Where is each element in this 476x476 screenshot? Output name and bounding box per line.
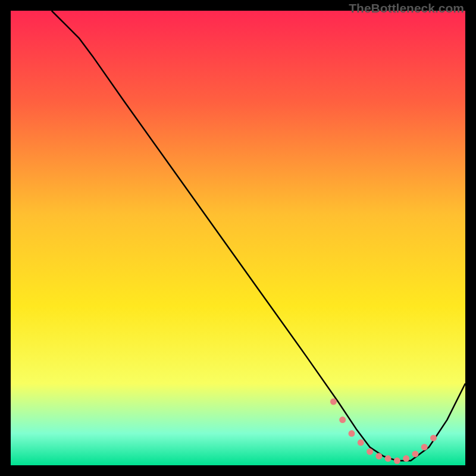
highlight-point: [330, 399, 337, 405]
highlight-point: [403, 455, 409, 462]
highlight-point: [394, 458, 400, 464]
watermark-text: TheBottleneck.com: [349, 1, 464, 15]
highlight-point: [385, 455, 392, 462]
highlight-point: [367, 449, 373, 455]
plot-area: [11, 11, 465, 465]
highlight-point: [375, 453, 382, 459]
highlight-point: [358, 439, 364, 446]
chart-container: TheBottleneck.com: [0, 0, 476, 476]
highlight-point: [412, 450, 418, 457]
chart-svg: [11, 11, 465, 465]
highlight-point: [430, 435, 437, 441]
highlight-point: [421, 444, 428, 450]
gradient-background: [11, 11, 465, 465]
highlight-point: [349, 430, 355, 437]
highlight-point: [339, 416, 346, 423]
